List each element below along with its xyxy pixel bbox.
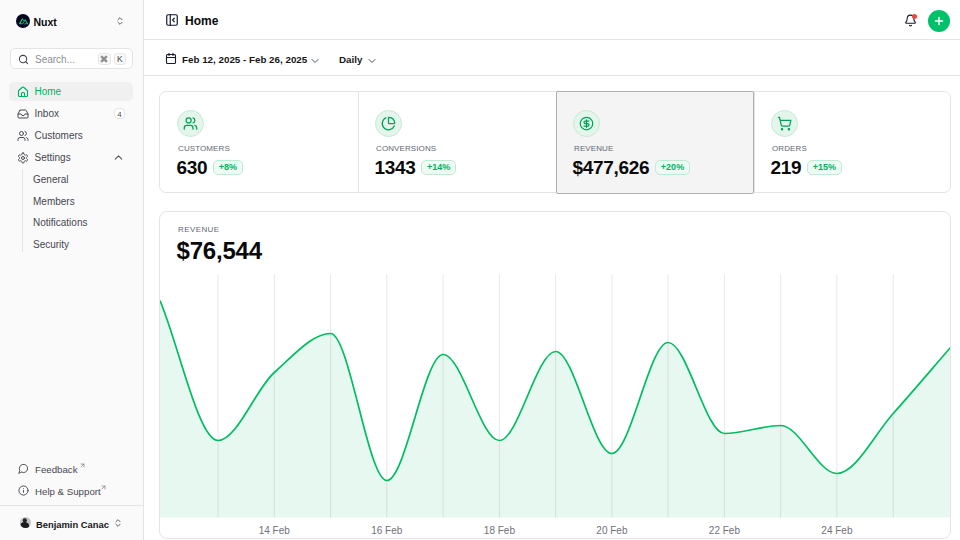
svg-text:24 Feb: 24 Feb xyxy=(821,525,853,536)
svg-text:22 Feb: 22 Feb xyxy=(709,525,741,536)
svg-text:20 Feb: 20 Feb xyxy=(596,525,628,536)
svg-text:18 Feb: 18 Feb xyxy=(484,525,516,536)
svg-text:14 Feb: 14 Feb xyxy=(259,525,291,536)
svg-text:16 Feb: 16 Feb xyxy=(371,525,403,536)
